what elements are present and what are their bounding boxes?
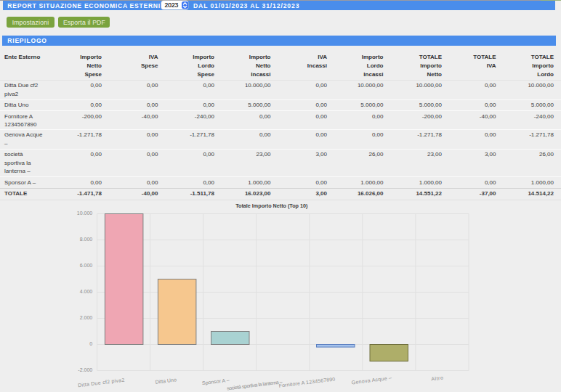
- svg-text:8.000: 8.000: [80, 237, 93, 242]
- svg-text:6.000: 6.000: [80, 263, 93, 268]
- svg-text:-2.000: -2.000: [78, 367, 92, 372]
- svg-text:Totale Importo Netto (Top 10): Totale Importo Netto (Top 10): [235, 203, 308, 209]
- svg-text:Sponsor A –: Sponsor A –: [202, 377, 230, 387]
- svg-text:Altro: Altro: [431, 375, 444, 382]
- svg-text:Ditta Due cf2 piva2: Ditta Due cf2 piva2: [78, 377, 125, 388]
- svg-text:2.000: 2.000: [80, 315, 93, 320]
- svg-text:10.000: 10.000: [77, 211, 93, 216]
- svg-text:Fornitore A 1234567890: Fornitore A 1234567890: [278, 376, 335, 388]
- svg-text:Ditta Uno: Ditta Uno: [155, 377, 177, 385]
- svg-text:4.000: 4.000: [80, 289, 93, 294]
- svg-text:società sportiva la lanterna –: società sportiva la lanterna –: [227, 379, 283, 391]
- svg-text:0: 0: [89, 341, 92, 346]
- svg-text:Genova Acque –: Genova Acque –: [351, 375, 392, 386]
